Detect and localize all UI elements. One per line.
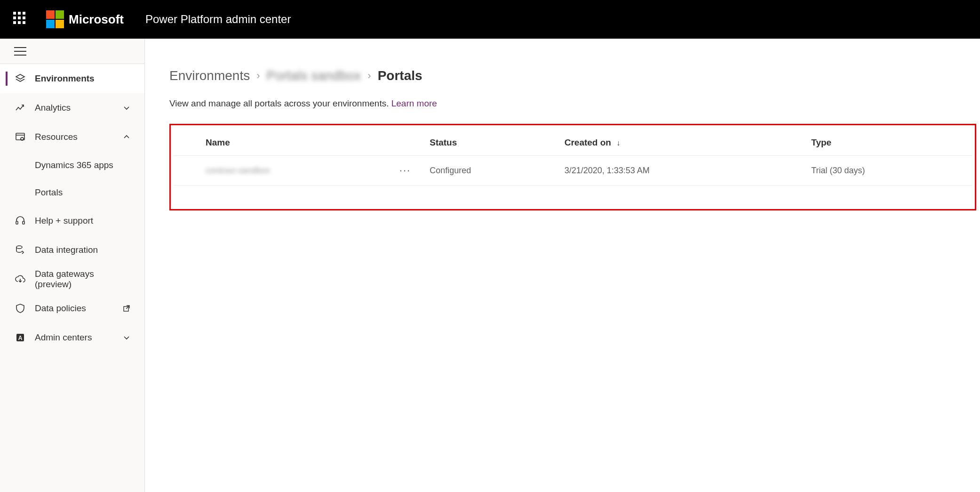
- column-created-on[interactable]: Created on ↓: [559, 130, 806, 156]
- sidebar-item-label: Help + support: [35, 216, 93, 226]
- table-row[interactable]: contoso-sandbox ··· Configured 3/21/2020…: [174, 156, 972, 186]
- window-gear-icon: [14, 131, 26, 143]
- intro-text: View and manage all portals across your …: [169, 98, 976, 109]
- app-launcher-icon[interactable]: [13, 12, 28, 27]
- sidebar-item-label: Data policies: [35, 303, 86, 314]
- portals-table-highlight: Name Status Created on ↓ Type contoso-sa…: [169, 124, 976, 210]
- main-content: Environments › Portals sandbox › Portals…: [145, 39, 980, 492]
- column-name[interactable]: Name: [200, 130, 394, 156]
- cloud-arrow-icon: [14, 273, 26, 285]
- app-title: Power Platform admin center: [145, 13, 291, 26]
- chart-line-icon: [14, 102, 26, 114]
- column-actions: [394, 130, 424, 156]
- admin-icon: A: [14, 331, 26, 344]
- sidebar-item-label: Data integration: [35, 245, 98, 255]
- shield-icon: [14, 302, 26, 315]
- sidebar-item-label: Resources: [35, 132, 78, 142]
- cell-type: Trial (30 days): [805, 156, 972, 186]
- column-status[interactable]: Status: [424, 130, 559, 156]
- sidebar-item-label: Analytics: [35, 103, 71, 113]
- hamburger-icon[interactable]: [14, 47, 26, 56]
- sidebar-item-help-support[interactable]: Help + support: [0, 206, 144, 235]
- breadcrumb-env[interactable]: Portals sandbox: [267, 68, 361, 83]
- svg-rect-3: [23, 221, 24, 224]
- breadcrumb-current: Portals: [378, 68, 422, 83]
- sidebar-item-label: Portals: [35, 187, 63, 198]
- sidebar-item-label: Data gateways (preview): [35, 269, 130, 290]
- microsoft-logo-icon: [46, 10, 64, 28]
- sort-down-icon: ↓: [616, 139, 620, 147]
- sidebar-top-bar: [0, 39, 144, 64]
- svg-point-4: [16, 246, 22, 249]
- sidebar-item-data-policies[interactable]: Data policies: [0, 294, 144, 323]
- cell-name: contoso-sandbox: [206, 166, 270, 175]
- sidebar-item-label: Dynamics 365 apps: [35, 160, 113, 170]
- row-more-actions[interactable]: ···: [394, 156, 424, 186]
- breadcrumb-root[interactable]: Environments: [169, 68, 250, 83]
- breadcrumb: Environments › Portals sandbox › Portals: [169, 68, 976, 83]
- database-arrow-icon: [14, 244, 26, 256]
- chevron-up-icon: [123, 133, 130, 141]
- sidebar-item-admin-centers[interactable]: A Admin centers: [0, 323, 144, 352]
- sidebar-subitem-portals[interactable]: Portals: [0, 179, 144, 206]
- chevron-down-icon: [123, 104, 130, 112]
- sidebar-item-environments[interactable]: Environments: [0, 64, 144, 93]
- chevron-right-icon: ›: [367, 70, 371, 82]
- chevron-down-icon: [123, 334, 130, 341]
- layers-icon: [14, 73, 26, 85]
- portals-table: Name Status Created on ↓ Type contoso-sa…: [174, 130, 972, 186]
- sidebar-item-label: Environments: [35, 73, 95, 84]
- svg-rect-2: [16, 221, 18, 224]
- chevron-right-icon: ›: [256, 70, 260, 82]
- svg-text:A: A: [18, 335, 23, 341]
- column-type[interactable]: Type: [805, 130, 972, 156]
- column-select: [174, 130, 200, 156]
- sidebar-item-resources[interactable]: Resources: [0, 122, 144, 152]
- cell-created-on: 3/21/2020, 1:33:53 AM: [559, 156, 806, 186]
- open-external-icon: [123, 305, 130, 312]
- sidebar-subitem-dynamics365[interactable]: Dynamics 365 apps: [0, 152, 144, 179]
- headset-icon: [14, 215, 26, 227]
- sidebar: Environments Analytics Resources: [0, 39, 145, 492]
- sidebar-item-analytics[interactable]: Analytics: [0, 93, 144, 122]
- learn-more-link[interactable]: Learn more: [391, 98, 437, 108]
- top-header: Microsoft Power Platform admin center: [0, 0, 980, 39]
- brand-text: Microsoft: [69, 12, 124, 27]
- sidebar-item-label: Admin centers: [35, 332, 92, 343]
- cell-status: Configured: [424, 156, 559, 186]
- sidebar-item-data-integration[interactable]: Data integration: [0, 235, 144, 265]
- sidebar-item-data-gateways[interactable]: Data gateways (preview): [0, 265, 144, 294]
